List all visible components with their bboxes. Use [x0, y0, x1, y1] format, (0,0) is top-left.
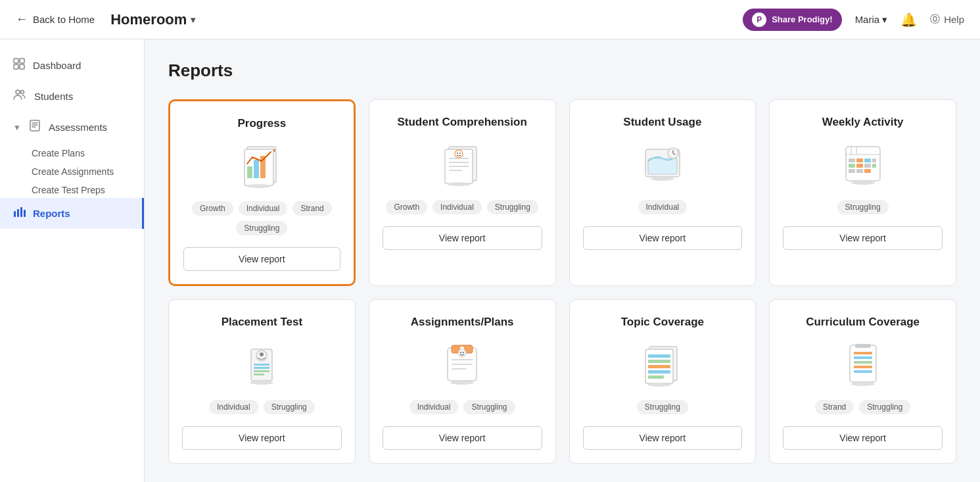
svg-rect-77	[648, 370, 670, 374]
report-title-curriculum-coverage: Curriculum Coverage	[806, 316, 920, 329]
svg-point-87	[851, 382, 875, 386]
sidebar: Dashboard Students ▼ Assessments	[0, 39, 145, 482]
view-report-button-student-comprehension[interactable]: View report	[383, 226, 542, 250]
report-tags-weekly-activity: Struggling	[837, 200, 889, 214]
back-to-home-button[interactable]: ← Back to Home	[16, 12, 95, 26]
report-tags-progress: GrowthIndividualStrandStruggling	[183, 201, 340, 235]
sidebar-assessments-label: Assessments	[49, 122, 107, 133]
help-button[interactable]: ⓪ Help	[930, 13, 964, 26]
svg-rect-58	[254, 367, 269, 369]
homeroom-label: Homeroom	[110, 11, 187, 28]
svg-rect-81	[855, 344, 871, 348]
svg-point-70	[463, 352, 464, 353]
homeroom-title[interactable]: Homeroom ▾	[110, 11, 195, 28]
svg-point-5	[21, 91, 24, 94]
svg-point-69	[460, 352, 461, 353]
tag-struggling: Struggling	[487, 200, 538, 214]
svg-point-32	[459, 153, 461, 154]
svg-rect-51	[856, 169, 863, 173]
tag-individual: Individual	[638, 200, 688, 214]
report-card-assignments-plans: Assignments/Plans IndividualStrugglingVi…	[369, 299, 556, 464]
sidebar-item-assessments[interactable]: ▼ Assessments	[0, 112, 144, 143]
sidebar-item-reports[interactable]: Reports	[0, 198, 144, 229]
report-tags-curriculum-coverage: StrandStruggling	[815, 400, 910, 414]
tag-struggling: Struggling	[859, 400, 910, 414]
report-icon-topic-coverage	[633, 338, 692, 391]
svg-rect-20	[247, 166, 252, 178]
notifications-button[interactable]: 🔔	[900, 12, 917, 28]
report-card-topic-coverage: Topic Coverage StrugglingView report	[569, 299, 757, 464]
report-icon-weekly-activity	[833, 138, 893, 191]
prodigy-icon: P	[752, 12, 766, 27]
report-tags-placement-test: IndividualStruggling	[209, 400, 315, 414]
view-report-button-placement-test[interactable]: View report	[182, 426, 342, 450]
svg-rect-7	[14, 211, 16, 217]
svg-rect-44	[864, 158, 871, 162]
svg-rect-9	[20, 207, 22, 217]
sidebar-item-students[interactable]: Students	[0, 81, 144, 112]
header-left: ← Back to Home Homeroom ▾	[16, 11, 195, 28]
svg-point-56	[260, 352, 264, 356]
svg-point-31	[457, 153, 458, 154]
user-dropdown-icon: ▾	[882, 14, 887, 26]
svg-rect-43	[856, 158, 863, 162]
share-prodigy-button[interactable]: P Share Prodigy!	[743, 9, 841, 31]
view-report-button-weekly-activity[interactable]: View report	[783, 226, 943, 250]
view-report-button-curriculum-coverage[interactable]: View report	[783, 426, 943, 450]
sidebar-reports-label: Reports	[33, 208, 70, 219]
report-tags-student-comprehension: GrowthIndividualStruggling	[386, 200, 538, 214]
svg-point-68	[458, 349, 466, 357]
assessments-icon	[29, 120, 41, 135]
svg-rect-6	[30, 120, 39, 131]
svg-point-79	[647, 383, 671, 387]
svg-rect-42	[849, 158, 855, 162]
user-menu-button[interactable]: Maria ▾	[855, 14, 888, 26]
back-label: Back to Home	[33, 14, 95, 25]
report-card-weekly-activity: Weekly Activity StrugglingView report	[769, 99, 956, 286]
report-tags-topic-coverage: Struggling	[637, 400, 688, 414]
report-icon-progress	[232, 139, 291, 192]
tag-struggling: Struggling	[236, 221, 287, 235]
svg-point-37	[651, 177, 674, 181]
tag-struggling: Struggling	[463, 400, 515, 414]
view-report-button-topic-coverage[interactable]: View report	[583, 426, 743, 450]
view-report-button-assignments-plans[interactable]: View report	[383, 426, 542, 450]
tag-individual: Individual	[209, 400, 258, 414]
report-icon-placement-test	[232, 338, 291, 391]
report-card-student-comprehension: Student Comprehension GrowthIndividualSt…	[369, 99, 556, 286]
svg-rect-47	[856, 164, 863, 168]
tag-individual: Individual	[239, 201, 288, 216]
header-right: P Share Prodigy! Maria ▾ 🔔 ⓪ Help	[743, 9, 964, 31]
header: ← Back to Home Homeroom ▾ P Share Prodig…	[0, 0, 980, 39]
svg-rect-0	[14, 59, 18, 63]
user-name: Maria	[855, 14, 880, 25]
help-circle-icon: ⓪	[930, 13, 940, 26]
sidebar-item-dashboard[interactable]: Dashboard	[0, 50, 144, 81]
report-title-weekly-activity: Weekly Activity	[822, 116, 904, 129]
svg-rect-52	[864, 169, 871, 173]
sidebar-dashboard-label: Dashboard	[33, 60, 81, 71]
sidebar-item-create-assignments[interactable]: Create Assignments	[0, 161, 144, 180]
svg-rect-1	[20, 59, 24, 63]
svg-rect-78	[648, 375, 664, 379]
svg-rect-75	[648, 360, 670, 363]
svg-rect-3	[20, 64, 24, 69]
tag-struggling: Struggling	[264, 400, 315, 414]
svg-rect-8	[17, 209, 19, 217]
sidebar-item-create-plans[interactable]: Create Plans	[0, 143, 144, 161]
tag-strand: Strand	[292, 201, 331, 216]
report-icon-curriculum-coverage	[833, 338, 893, 391]
report-icon-assignments-plans	[432, 338, 492, 391]
report-card-placement-test: Placement Test IndividualStrugglingView …	[168, 299, 356, 464]
sidebar-item-create-test-preps[interactable]: Create Test Preps	[0, 180, 144, 198]
svg-rect-60	[254, 374, 264, 375]
view-report-button-student-usage[interactable]: View report	[583, 226, 743, 250]
view-report-button-progress[interactable]: View report	[183, 247, 340, 271]
report-card-curriculum-coverage: Curriculum Coverage StrandStrugglingView…	[769, 299, 956, 464]
svg-rect-50	[849, 169, 855, 173]
svg-rect-85	[854, 366, 872, 368]
svg-point-71	[450, 381, 474, 385]
students-icon	[13, 89, 26, 104]
back-arrow-icon: ←	[16, 12, 28, 26]
report-title-student-comprehension: Student Comprehension	[397, 116, 526, 129]
